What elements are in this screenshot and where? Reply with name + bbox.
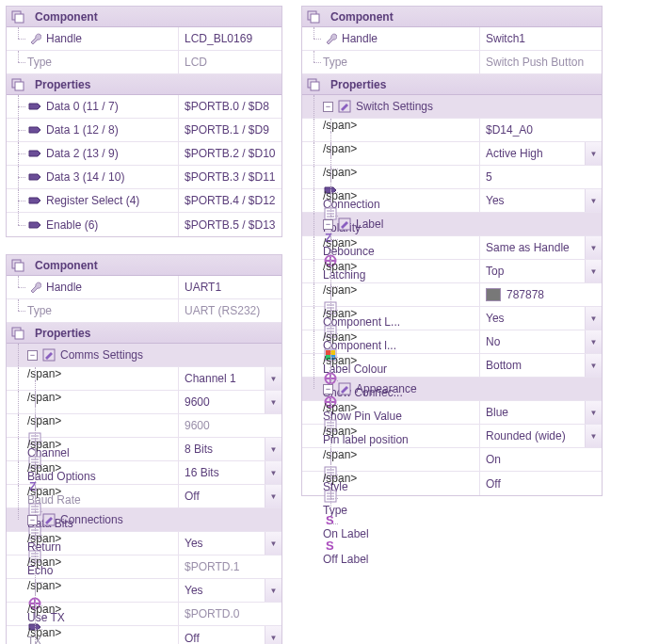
property-row[interactable]: /span>EchoOff▼ (7, 485, 281, 508)
property-row[interactable]: /span>Data Bits8 Bits▼ (7, 438, 281, 461)
property-row[interactable]: /span>SOff LabelOff (302, 472, 602, 495)
property-row[interactable]: /span>PolarityActive High▼ (302, 142, 602, 166)
property-row[interactable]: /span>LatchingYes▼ (302, 189, 602, 213)
property-value[interactable]: Off (178, 485, 265, 507)
pin-icon (27, 146, 42, 161)
dropdown-arrow[interactable]: ▼ (265, 579, 281, 602)
property-value[interactable]: Active High (479, 142, 585, 165)
dropdown-arrow[interactable]: ▼ (585, 260, 602, 282)
pin-icon (27, 169, 42, 185)
property-row[interactable]: /span>Use TXYes▼ (7, 532, 281, 555)
handle-label: Handle (46, 32, 82, 45)
property-value[interactable]: Yes (178, 579, 265, 602)
property-row[interactable]: /span>StyleBlue▼ (302, 401, 602, 425)
svg-rect-52 (311, 82, 319, 90)
collapse-toggle[interactable]: − (323, 102, 333, 112)
property-value[interactable]: No (479, 330, 585, 353)
group-header[interactable]: −Appearance (302, 378, 602, 401)
property-row[interactable]: Register Select (4)$PORTB.4 / $D12 (7, 189, 281, 213)
handle-value[interactable]: LCD_BL0169 (178, 27, 281, 50)
property-value[interactable]: Yes (479, 307, 585, 330)
property-value[interactable]: $PORTB.5 / $D13 (178, 213, 281, 236)
property-row[interactable]: /span>Use Flow Con...Off▼ (7, 626, 281, 644)
property-value[interactable]: Bottom (479, 354, 585, 377)
dropdown-arrow[interactable]: ▼ (585, 236, 602, 259)
dropdown-arrow[interactable]: ▼ (265, 485, 281, 507)
property-row[interactable]: Data 3 (14 / 10)$PORTB.3 / $D11 (7, 166, 281, 189)
property-row[interactable]: /span>Return16 Bits▼ (7, 461, 281, 485)
property-value[interactable]: On (479, 448, 602, 471)
property-row[interactable]: /span>Connection$D14_A0 (302, 119, 602, 142)
dropdown-arrow[interactable]: ▼ (265, 367, 281, 390)
property-row[interactable]: Data 2 (13 / 9)$PORTB.2 / $D10 (7, 142, 281, 166)
dropdown-arrow[interactable]: ▼ (585, 401, 602, 424)
property-row[interactable]: Data 0 (11 / 7)$PORTB.0 / $D8 (7, 95, 281, 119)
property-value[interactable]: $PORTB.0 / $D8 (178, 95, 281, 118)
property-value[interactable]: Same as Handle (479, 236, 585, 259)
property-value[interactable]: $PORTB.1 / $D9 (178, 119, 281, 141)
properties-header-label: Properties (35, 78, 90, 91)
dropdown-arrow[interactable]: ▼ (265, 438, 281, 460)
property-value[interactable]: $PORTB.4 / $D12 (178, 189, 281, 212)
properties-header: Properties (7, 323, 281, 344)
property-value[interactable]: Blue (479, 401, 585, 424)
property-row[interactable]: /span>Component L...Same as Handle▼ (302, 236, 602, 260)
property-row[interactable]: /span>Show Connec...Yes▼ (302, 307, 602, 330)
property-value[interactable]: Top (479, 260, 585, 282)
property-row: /span>RX$PORTD.0 (7, 603, 281, 626)
property-value[interactable]: 5 (479, 166, 602, 188)
wrench-icon (27, 31, 42, 46)
property-value[interactable]: 9600 (178, 391, 265, 413)
dropdown-arrow[interactable]: ▼ (585, 189, 602, 212)
group-header[interactable]: −Switch Settings (302, 95, 602, 119)
collapse-toggle[interactable]: − (27, 350, 38, 361)
property-value[interactable]: 8 Bits (178, 438, 265, 460)
property-row[interactable]: Enable (6)$PORTB.5 / $D13 (7, 213, 281, 236)
dropdown-arrow[interactable]: ▼ (265, 626, 281, 644)
property-row[interactable]: /span>SOn LabelOn (302, 448, 602, 472)
dropdown-arrow[interactable]: ▼ (585, 142, 602, 165)
property-row[interactable]: /span>ChannelChannel 1▼ (7, 367, 281, 391)
property-value[interactable]: 787878 (479, 283, 602, 306)
property-row[interactable]: /span>Baud Options9600▼ (7, 391, 281, 414)
dropdown-arrow[interactable]: ▼ (265, 532, 281, 555)
dropdown-arrow[interactable]: ▼ (265, 461, 281, 484)
handle-row[interactable]: Handle LCD_BL0169 (7, 27, 281, 51)
dropdown-arrow[interactable]: ▼ (585, 354, 602, 377)
property-row[interactable]: /span>Show Pin ValueNo▼ (302, 330, 602, 354)
dropdown-arrow[interactable]: ▼ (585, 307, 602, 330)
handle-value[interactable]: UART1 (178, 276, 281, 298)
property-value[interactable]: $PORTB.3 / $D11 (178, 166, 281, 188)
group-header[interactable]: −Label (302, 213, 602, 236)
property-value[interactable]: Off (178, 626, 265, 644)
property-value[interactable]: Yes (479, 189, 585, 212)
collapse-toggle[interactable]: − (323, 384, 333, 394)
property-value[interactable]: Off (479, 472, 602, 495)
property-value[interactable]: 16 Bits (178, 461, 265, 484)
property-row[interactable]: Data 1 (12 / 8)$PORTB.1 / $D9 (7, 119, 281, 142)
property-row[interactable]: /span>Component l...Top▼ (302, 260, 602, 283)
handle-row[interactable]: Handle Switch1 (302, 27, 602, 51)
dropdown-arrow[interactable]: ▼ (265, 391, 281, 413)
property-value[interactable]: $D14_A0 (479, 119, 602, 141)
group-header[interactable]: −Comms Settings (7, 344, 281, 367)
handle-value[interactable]: Switch1 (479, 27, 602, 50)
edit-icon (337, 381, 352, 396)
property-value[interactable]: Yes (178, 532, 265, 555)
group-header[interactable]: −Connections (7, 508, 281, 532)
type-row: Type UART (RS232) (7, 299, 281, 323)
dropdown-arrow[interactable]: ▼ (585, 330, 602, 353)
dropdown-arrow[interactable]: ▼ (585, 425, 602, 447)
property-value[interactable]: $PORTB.2 / $D10 (178, 142, 281, 165)
collapse-toggle[interactable]: − (27, 515, 38, 525)
property-row[interactable]: /span>TypeRounded (wide)▼ (302, 425, 602, 448)
collapse-toggle[interactable]: − (323, 219, 333, 230)
property-row[interactable]: /span>Pin label positionBottom▼ (302, 354, 602, 378)
property-label: Off Label (323, 553, 368, 566)
property-row[interactable]: /span>ZDebounce5 (302, 166, 602, 189)
handle-row[interactable]: Handle UART1 (7, 276, 281, 299)
property-value[interactable]: Channel 1 (178, 367, 265, 390)
property-row[interactable]: /span>Use RXYes▼ (7, 579, 281, 603)
property-value[interactable]: Rounded (wide) (479, 425, 585, 447)
property-row[interactable]: /span>Label Colour787878 (302, 283, 602, 307)
